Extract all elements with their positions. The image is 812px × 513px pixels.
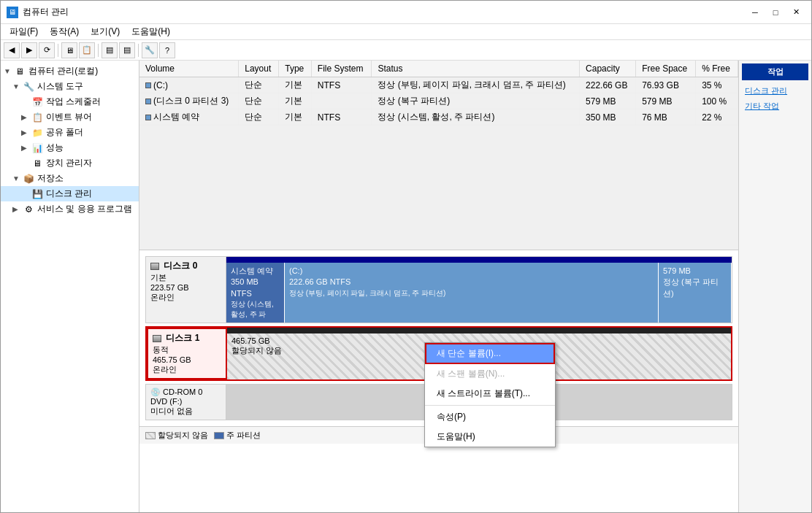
sidebar-item-services[interactable]: ▶ ⚙ 서비스 및 응용 프로그램 — [1, 201, 139, 217]
sidebar-item-shared[interactable]: ▶ 📁 공유 폴더 — [1, 125, 139, 140]
storage-icon: 📦 — [23, 173, 34, 185]
disk1-type: 동적 — [153, 344, 221, 355]
menu-view[interactable]: 보기(V) — [85, 24, 126, 39]
part-c-detail: 222.66 GB NTFS — [289, 277, 654, 288]
settings-button[interactable]: 🔧 — [142, 42, 158, 58]
action-disk-mgmt[interactable]: 디스크 관리 — [742, 83, 808, 99]
sidebar-label-device: 장치 관리자 — [46, 157, 92, 169]
disk0-parts-row: 시스템 예약 350 MB NTFS 정상 (시스템, 활성, 주 파 (C:)… — [226, 263, 732, 323]
sidebar-item-disk-mgmt[interactable]: 💾 디스크 관리 — [1, 186, 139, 201]
menu-file[interactable]: 파일(F) — [4, 24, 44, 39]
sidebar-item-event[interactable]: ▶ 📋 이벤트 뷰어 — [1, 109, 139, 125]
help-toolbar-button[interactable]: ? — [159, 42, 175, 58]
menu-bar: 파일(F) 동작(A) 보기(V) 도움말(H) — [1, 24, 811, 40]
legend-label-unallocated: 할당되지 않음 — [158, 430, 208, 441]
ctx-new-span[interactable]: 새 스팬 볼륨(N)... — [425, 364, 555, 384]
view2-button[interactable]: ▤ — [119, 42, 135, 58]
sidebar-item-scheduler[interactable]: 📅 작업 스케줄러 — [1, 94, 139, 109]
cdrom-type: DVD (F:) — [150, 397, 221, 406]
ctx-properties[interactable]: 속성(P) — [425, 407, 555, 427]
window-controls: ─ □ ✕ — [746, 5, 805, 20]
computer-icon: 🖥 — [14, 66, 26, 77]
part-sysres-status: 정상 (시스템, 활성, 주 파 — [231, 299, 280, 320]
table-row[interactable]: 시스템 예약 단순 기본 NTFS 정상 (시스템, 활성, 주 파티션) 35… — [139, 109, 738, 126]
device-icon: 🖥 — [31, 158, 43, 169]
toolbar-sep-1 — [58, 44, 58, 57]
disk1-icon — [153, 335, 161, 342]
sidebar-item-system-tools[interactable]: ▼ 🔧 시스템 도구 — [1, 79, 139, 94]
part-c-status: 정상 (부팅, 페이지 파일, 크래시 덤프, 주 파티션) — [289, 288, 654, 298]
cdrom-name: CD-ROM 0 — [163, 387, 202, 396]
sidebar-item-device-mgr[interactable]: 🖥 장치 관리자 — [1, 155, 139, 171]
col-capacity[interactable]: Capacity — [580, 61, 636, 77]
col-layout[interactable]: Layout — [239, 61, 279, 77]
legend-box-primary — [214, 432, 224, 439]
col-freespace[interactable]: Free Space — [636, 61, 696, 77]
partition-sysreserved[interactable]: 시스템 예약 350 MB NTFS 정상 (시스템, 활성, 주 파 — [226, 263, 285, 323]
window-title: 컴퓨터 관리 — [23, 6, 69, 18]
cell-pct-3: 22 % — [696, 109, 738, 126]
title-bar-left: 🖥 컴퓨터 관리 — [7, 6, 69, 18]
part-rec-status: 정상 (복구 파티션) — [663, 277, 727, 299]
ctx-new-stripe[interactable]: 새 스트라이프 볼륨(T)... — [425, 384, 555, 404]
sidebar-label-shared: 공유 폴더 — [46, 126, 83, 139]
sidebar-item-storage[interactable]: ▼ 📦 저장소 — [1, 171, 139, 186]
cell-type-3: 기본 — [279, 109, 312, 126]
table-container: Volume Layout Type File System Status Ca… — [139, 61, 738, 126]
computer-button[interactable]: 🖥 — [61, 42, 77, 58]
exp5: ▶ — [21, 128, 28, 136]
shared-icon: 📁 — [31, 127, 43, 139]
col-volume[interactable]: Volume — [139, 61, 239, 77]
cdrom-icon: 💿 — [150, 387, 161, 396]
disk1-bar — [227, 328, 731, 333]
table-row[interactable]: (C:) 단순 기본 NTFS 정상 (부팅, 페이지 파일, 크래시 덤프, … — [139, 77, 738, 93]
refresh-button[interactable]: ⟳ — [39, 42, 55, 58]
col-filesystem[interactable]: File System — [311, 61, 372, 77]
menu-action[interactable]: 동작(A) — [44, 24, 85, 39]
exp8: ▼ — [12, 174, 20, 182]
ctx-help[interactable]: 도움말(H) — [425, 427, 555, 447]
maximize-button[interactable]: □ — [766, 5, 785, 20]
cell-free-1: 76.93 GB — [636, 77, 696, 93]
col-status[interactable]: Status — [372, 61, 580, 77]
services-icon: ⚙ — [23, 204, 34, 215]
disk0-bar — [226, 257, 732, 263]
part-rec-size: 579 MB — [663, 266, 727, 277]
cell-fs-1: NTFS — [311, 77, 372, 93]
table-row[interactable]: (디스크 0 파티션 3) 단순 기본 정상 (복구 파티션) 579 MB 5… — [139, 93, 738, 109]
cell-cap-1: 222.66 GB — [580, 77, 636, 93]
cell-pct-1: 35 % — [696, 77, 738, 93]
right-panel: 작업 디스크 관리 기타 작업 — [738, 61, 811, 512]
cell-volume-3: 시스템 예약 — [139, 109, 239, 126]
toolbar-sep-3 — [138, 44, 139, 57]
sidebar-label-disk: 디스크 관리 — [46, 188, 92, 200]
col-percentfree[interactable]: % Free — [696, 61, 738, 77]
sidebar-item-root[interactable]: ▼ 🖥 컴퓨터 관리(로컬) — [1, 63, 139, 79]
exp10: ▶ — [12, 205, 20, 213]
view1-button[interactable]: ▤ — [102, 42, 118, 58]
partition-recovery[interactable]: 579 MB 정상 (복구 파티션) — [659, 263, 732, 323]
sidebar-label-event: 이벤트 뷰어 — [46, 111, 92, 123]
ctx-new-simple[interactable]: 새 단순 볼륨(I)... — [425, 343, 555, 364]
cell-type-1: 기본 — [279, 77, 312, 93]
sidebar-label-perf: 성능 — [46, 142, 64, 154]
cell-volume-2: (디스크 0 파티션 3) — [139, 93, 239, 109]
disk1-size: 465.75 GB — [153, 355, 221, 364]
disk1-status: 온라인 — [153, 364, 221, 375]
close-button[interactable]: ✕ — [786, 5, 805, 20]
disk-icon: 💾 — [31, 188, 43, 200]
minimize-button[interactable]: ─ — [746, 5, 765, 20]
disk-view: 디스크 0 기본 223.57 GB 온라인 시스템 예약 350 — [139, 250, 738, 426]
menu-help[interactable]: 도움말(H) — [126, 24, 176, 39]
forward-button[interactable]: ▶ — [21, 42, 37, 58]
col-type[interactable]: Type — [279, 61, 312, 77]
action-other[interactable]: 기타 작업 — [742, 99, 808, 114]
cell-status-2: 정상 (복구 파티션) — [372, 93, 580, 109]
disk1-info: 디스크 1 동적 465.75 GB 온라인 — [147, 328, 227, 379]
back-button[interactable]: ◀ — [4, 42, 20, 58]
event-icon: 📋 — [31, 112, 43, 123]
legend-unallocated: 할당되지 않음 — [145, 430, 208, 441]
properties-button[interactable]: 📋 — [79, 42, 95, 58]
sidebar-item-performance[interactable]: ▶ 📊 성능 — [1, 140, 139, 155]
partition-c[interactable]: (C:) 222.66 GB NTFS 정상 (부팅, 페이지 파일, 크래시 … — [285, 263, 659, 323]
